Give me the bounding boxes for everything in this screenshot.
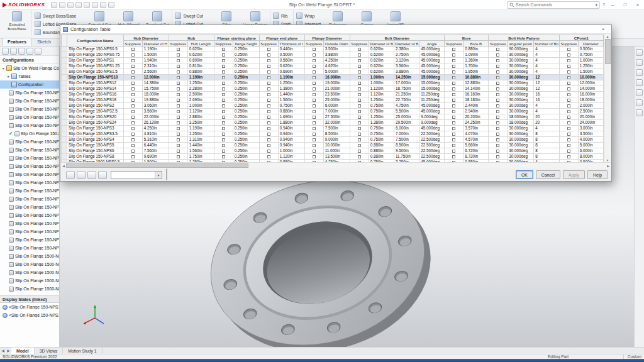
suppress-checkbox[interactable]: [222, 127, 225, 130]
suppress-cell[interactable]: [445, 120, 464, 126]
config-name-cell[interactable]: Slip On Flange 150-NPS4: [67, 137, 124, 143]
config-value-cell[interactable]: 0.750in: [369, 160, 394, 163]
suppress-checkbox[interactable]: [313, 121, 316, 124]
suppress-cell[interactable]: [169, 86, 187, 92]
tree-item-slip-on-flange-150-nps24[interactable]: Slip On Flange 150-NPS24: [0, 195, 59, 203]
suppress-checkbox[interactable]: [222, 155, 225, 158]
appearances-icon[interactable]: [636, 99, 643, 106]
config-value-cell[interactable]: 1.880in: [278, 120, 304, 126]
wrap-button[interactable]: Wrap: [296, 12, 321, 19]
tree-item-slip-on-flange-150-nps5[interactable]: Slip On Flange 150-NPS5: [0, 228, 59, 236]
suppress-checkbox[interactable]: [358, 104, 361, 107]
suppress-cell[interactable]: [445, 80, 464, 86]
tree-item-slip-on-flange-150-nps1[interactable]: Slip On Flange 150-NPS1: [0, 105, 59, 113]
suppress-checkbox[interactable]: [496, 70, 499, 74]
suppress-cell[interactable]: [489, 114, 508, 120]
swept-cut-button[interactable]: Swept Cut: [175, 12, 209, 19]
row-selector[interactable]: [62, 92, 67, 97]
config-value-cell[interactable]: 0.250in: [233, 160, 259, 163]
suppress-checkbox[interactable]: [452, 87, 455, 90]
suppress-cell[interactable]: [123, 58, 142, 63]
config-value-cell[interactable]: 3.570in: [464, 126, 489, 131]
config-value-cell[interactable]: 15.000deg: [419, 80, 445, 86]
suppress-cell[interactable]: [350, 63, 369, 69]
suppress-checkbox[interactable]: [177, 70, 180, 74]
suppress-checkbox[interactable]: [131, 87, 135, 90]
config-name-cell[interactable]: Slip On Flange 150-NPS24: [67, 120, 124, 126]
suppress-cell[interactable]: [304, 109, 323, 114]
config-row-slip-on-flange-150-nps6[interactable]: Slip On Flange 150-NPS67.560in1.560in0.2…: [62, 148, 604, 154]
tree-item-slip-on-flange-150-nps3-5[interactable]: Slip On Flange 150-NPS3.5: [0, 211, 59, 219]
config-value-cell[interactable]: 14.000in: [578, 86, 603, 92]
suppress-checkbox[interactable]: [496, 53, 499, 57]
config-value-cell[interactable]: 0.250in: [233, 114, 259, 120]
config-value-cell[interactable]: 3.120in: [394, 58, 419, 63]
config-value-cell[interactable]: 1.500in: [142, 160, 169, 163]
config-value-cell[interactable]: 4: [534, 103, 560, 109]
help-icon[interactable]: ?: [602, 3, 605, 7]
config-value-cell[interactable]: 0.750in: [369, 126, 394, 131]
configuration-manager-tab-icon[interactable]: [18, 48, 25, 55]
config-value-cell[interactable]: 7.000in: [394, 131, 419, 137]
suppress-checkbox[interactable]: [452, 161, 455, 162]
config-name-cell[interactable]: Slip On Flange 150-NPS20: [67, 114, 124, 120]
suppress-checkbox[interactable]: [496, 121, 499, 124]
config-value-cell[interactable]: 18.000deg: [508, 114, 534, 120]
tree-item-slip-on-flange-1500-nps1-5[interactable]: Slip On Flange 1500-NPS1.5: [0, 285, 59, 293]
suppress-cell[interactable]: [214, 148, 233, 154]
config-value-cell[interactable]: 30.000deg: [508, 131, 534, 137]
config-value-cell[interactable]: 0.750in: [278, 103, 304, 109]
suppress-checkbox[interactable]: [452, 110, 455, 113]
expand-arrow-icon[interactable]: ▾: [6, 74, 10, 79]
suppress-checkbox[interactable]: [267, 133, 270, 136]
suppress-cell[interactable]: [169, 160, 187, 163]
tree-item-slip-on-flange-1500-nps0-5[interactable]: Slip On Flange 1500-NPS0.5: [0, 252, 59, 260]
suppress-cell[interactable]: [559, 154, 578, 160]
suppress-checkbox[interactable]: [177, 76, 180, 79]
config-value-cell[interactable]: 21.000in: [323, 86, 350, 92]
suppress-cell[interactable]: [259, 75, 278, 80]
config-value-cell[interactable]: 10.000in: [578, 75, 603, 80]
config-value-cell[interactable]: 0.500in: [278, 52, 304, 58]
suppress-cell[interactable]: [445, 63, 464, 69]
search-input[interactable]: [516, 3, 594, 7]
config-value-cell[interactable]: 30.000deg: [508, 154, 534, 160]
suppress-cell[interactable]: [350, 69, 369, 75]
scroll-right-icon[interactable]: ▶: [607, 164, 609, 168]
config-value-cell[interactable]: 18.000in: [578, 97, 603, 103]
suppress-cell[interactable]: [445, 148, 464, 154]
suppress-cell[interactable]: [489, 63, 508, 69]
column-subheader-hub-diameter-diameter-of-h[interactable]: Diameter of H: [142, 41, 169, 47]
suppress-checkbox[interactable]: [267, 76, 270, 79]
suppress-cell[interactable]: [214, 47, 233, 52]
config-value-cell[interactable]: 14.250in: [394, 75, 419, 80]
config-value-cell[interactable]: 2.880in: [187, 114, 214, 120]
suppress-cell[interactable]: [304, 137, 323, 143]
suppress-cell[interactable]: [169, 69, 187, 75]
suppress-cell[interactable]: [489, 92, 508, 97]
config-value-cell[interactable]: 90.000deg: [508, 47, 534, 52]
suppress-checkbox[interactable]: [452, 65, 455, 68]
config-value-cell[interactable]: 30.000deg: [508, 52, 534, 58]
config-row-slip-on-flange-150-nps12[interactable]: Slip On Flange 150-NPS1214.380in1.250in0…: [62, 80, 604, 86]
tree-item-slip-on-flange-150-nps8[interactable]: Slip On Flange 150-NPS8: [0, 244, 59, 252]
config-row-slip-on-flange-150-nps18[interactable]: Slip On Flange 150-NPS1819.880in2.690in0…: [62, 97, 604, 103]
config-value-cell[interactable]: 11.750in: [394, 154, 419, 160]
suppress-cell[interactable]: [489, 97, 508, 103]
suppress-cell[interactable]: [559, 114, 578, 120]
config-value-cell[interactable]: 4.570in: [464, 137, 489, 143]
suppress-checkbox[interactable]: [177, 138, 180, 141]
config-row-slip-on-flange-150-nps2-5[interactable]: Slip On Flange 150-NPS2.53.560in1.120in0…: [62, 109, 604, 114]
config-value-cell[interactable]: 1.940in: [142, 58, 169, 63]
config-value-cell[interactable]: 1.560in: [278, 97, 304, 103]
suppress-cell[interactable]: [214, 52, 233, 58]
config-value-cell[interactable]: 0.250in: [233, 52, 259, 58]
config-value-cell[interactable]: 8.000in: [578, 154, 603, 160]
cancel-button[interactable]: Cancel: [536, 170, 560, 179]
config-value-cell[interactable]: 22.500deg: [419, 131, 445, 137]
tree-tables-item[interactable]: ▾ Tables: [0, 72, 59, 80]
config-row-slip-on-flange-150-nps1[interactable]: Slip On Flange 150-NPS11.940in0.690in0.2…: [62, 58, 604, 63]
scroll-left-icon[interactable]: ◀: [62, 164, 65, 168]
config-value-cell[interactable]: 9.000deg: [419, 120, 445, 126]
suppress-checkbox[interactable]: [267, 93, 270, 96]
